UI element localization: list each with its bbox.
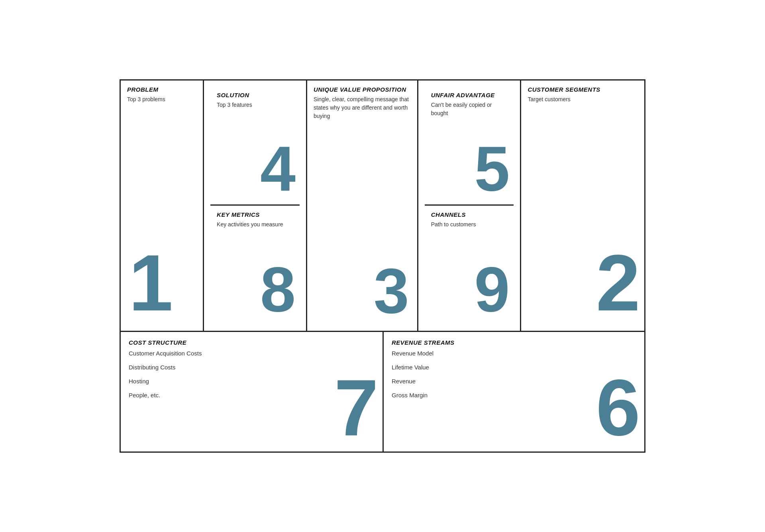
uvp-number: 3 [374,259,409,323]
solution-cell: SOLUTION Top 3 features 4 [210,86,300,206]
top-section: PROBLEM Top 3 problems 1 SOLUTION Top 3 … [121,80,644,332]
customer-cell: CUSTOMER SEGMENTS Target customers 2 [521,80,644,331]
problem-subtitle: Top 3 problems [127,95,196,104]
unfair-cell: UNFAIR ADVANTAGE Can't be easily copied … [425,86,514,206]
metrics-subtitle: Key activities you measure [217,220,293,229]
metrics-cell: KEY METRICS Key activities you measure 8 [210,206,300,325]
solution-number: 4 [260,137,296,200]
unfair-subtitle: Can't be easily copied or bought [431,101,508,118]
bottom-section: COST STRUCTURE Customer Acquisition Cost… [121,332,644,452]
metrics-number: 8 [260,257,296,321]
revenue-number: 6 [596,368,640,448]
solution-title: SOLUTION [217,92,293,98]
lean-canvas: PROBLEM Top 3 problems 1 SOLUTION Top 3 … [120,79,645,453]
customer-title: CUSTOMER SEGMENTS [528,86,638,93]
cost-item-1: Customer Acquisition Costs [129,349,375,357]
uvp-cell: UNIQUE VALUE PROPOSITION Single, clear, … [307,80,418,331]
channels-title: CHANNELS [431,211,508,218]
uvp-subtitle: Single, clear, compelling message that s… [314,95,411,120]
solution-subtitle: Top 3 features [217,101,293,109]
cost-number: 7 [334,368,379,448]
solution-metrics-column: SOLUTION Top 3 features 4 KEY METRICS Ke… [204,80,307,331]
revenue-title: REVENUE STREAMS [392,339,636,346]
metrics-title: KEY METRICS [217,211,293,218]
problem-cell: PROBLEM Top 3 problems 1 [121,80,204,331]
unfair-number: 5 [474,137,510,200]
unfair-channels-column: UNFAIR ADVANTAGE Can't be easily copied … [418,80,522,331]
uvp-title: UNIQUE VALUE PROPOSITION [314,86,411,93]
problem-title: PROBLEM [127,86,196,93]
unfair-title: UNFAIR ADVANTAGE [431,92,508,98]
customer-subtitle: Target customers [528,95,638,104]
customer-number: 2 [596,243,640,323]
cost-cell: COST STRUCTURE Customer Acquisition Cost… [121,332,384,452]
revenue-cell: REVENUE STREAMS Revenue Model Lifetime V… [384,332,644,452]
channels-number: 9 [474,257,510,321]
channels-cell: CHANNELS Path to customers 9 [425,206,514,325]
problem-number: 1 [129,243,173,323]
cost-title: COST STRUCTURE [129,339,375,346]
channels-subtitle: Path to customers [431,220,508,229]
revenue-item-1: Revenue Model [392,349,636,357]
